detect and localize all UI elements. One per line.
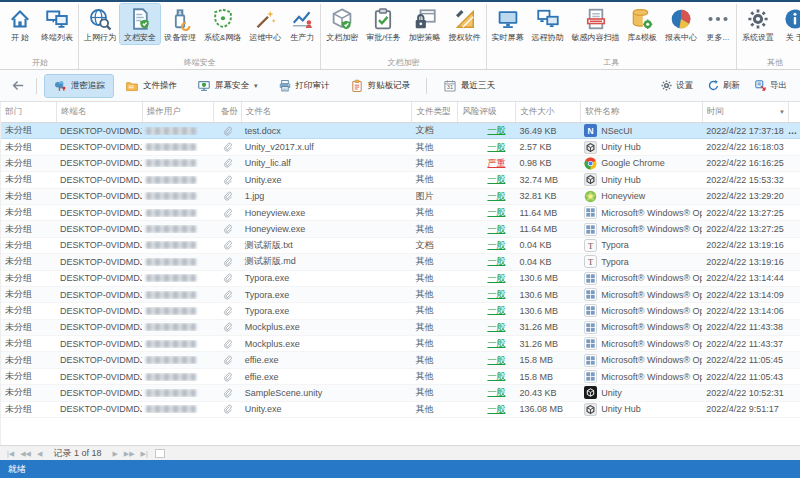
ribbon-item[interactable]: 关 于 bbox=[778, 4, 800, 44]
risk-badge[interactable]: 一般 bbox=[487, 371, 505, 381]
table-row[interactable]: 未分组DESKTOP-0VIDMDJeffie.exe其他一般15.8 MBMi… bbox=[1, 369, 800, 385]
column-header-2[interactable]: 操作用户 bbox=[142, 102, 213, 122]
cell-department: 未分组 bbox=[1, 124, 56, 137]
toolbar-button-print[interactable]: 打印审计 bbox=[270, 75, 338, 97]
column-header-6[interactable]: 风险评级 bbox=[457, 102, 515, 122]
cell-terminal-name: DESKTOP-0VIDMDJ bbox=[56, 257, 142, 267]
risk-badge[interactable]: 一般 bbox=[487, 305, 505, 315]
table-row[interactable]: 未分组DESKTOP-0VIDMDJ测试新版.txt文档一般0.04 KBTTy… bbox=[1, 238, 800, 254]
toolbar-button-刷新[interactable]: 刷新 bbox=[702, 75, 745, 97]
ribbon-item[interactable]: 报表中心 bbox=[661, 4, 701, 44]
toolbar-button-导出[interactable]: 导出 bbox=[749, 75, 792, 97]
risk-badge[interactable]: 一般 bbox=[487, 256, 505, 266]
column-header-7[interactable]: 文件大小 bbox=[515, 102, 580, 122]
table-row[interactable]: 未分组DESKTOP-0VIDMDJUnity.exe其他一般32.74 MBU… bbox=[1, 172, 800, 188]
row-more-button[interactable]: … bbox=[788, 126, 800, 136]
pager-prev-button[interactable]: ◀ bbox=[34, 447, 45, 460]
ribbon-item[interactable]: 更多... bbox=[701, 4, 735, 44]
trace-icon bbox=[53, 79, 67, 93]
risk-badge[interactable]: 一般 bbox=[487, 142, 505, 152]
ribbon-item[interactable]: 设备管理 bbox=[160, 4, 200, 44]
risk-badge[interactable]: 一般 bbox=[487, 191, 505, 201]
risk-badge[interactable]: 一般 bbox=[487, 125, 505, 135]
table-row[interactable]: 未分组DESKTOP-0VIDMDJUnity.exe其他一般136.08 MB… bbox=[1, 402, 800, 418]
column-header-5[interactable]: 文件类型 bbox=[411, 102, 457, 122]
risk-badge[interactable]: 严重 bbox=[487, 158, 505, 168]
column-header-1[interactable]: 终端名 bbox=[56, 102, 142, 122]
pager-next-page-button[interactable]: ▶▶ bbox=[121, 447, 138, 460]
column-header-9[interactable]: 时间▼ bbox=[702, 102, 788, 122]
table-row[interactable]: 未分组DESKTOP-0VIDMDJUnity_lic.alf其他严重0.98 … bbox=[1, 156, 800, 172]
ribbon-item[interactable]: 文档加密 bbox=[322, 4, 362, 44]
pager-prev-page-button[interactable]: ◀◀ bbox=[17, 447, 34, 460]
column-header-8[interactable]: 软件名称 bbox=[580, 102, 702, 122]
ribbon-item[interactable]: 审批/任务 bbox=[362, 4, 404, 44]
toolbar-button-clipboard2[interactable]: 剪贴板记录 bbox=[342, 75, 419, 97]
cell-department: 未分组 bbox=[1, 272, 56, 285]
table-row[interactable]: 未分组DESKTOP-0VIDMDJMockplus.exe其他一般31.26 … bbox=[1, 320, 800, 336]
risk-badge[interactable]: 一般 bbox=[487, 387, 505, 397]
cell-file-type: 其他 bbox=[411, 173, 457, 186]
table-row[interactable]: 未分组DESKTOP-0VIDMDJHoneyview.exe其他一般11.64… bbox=[1, 205, 800, 221]
ribbon-item[interactable]: 文档安全 bbox=[120, 4, 160, 44]
risk-badge[interactable]: 一般 bbox=[487, 240, 505, 250]
toolbar-button-trace[interactable]: 泄密追踪 bbox=[45, 75, 113, 97]
pager-first-button[interactable]: |◀ bbox=[4, 447, 17, 460]
risk-badge[interactable]: 一般 bbox=[487, 322, 505, 332]
table-row[interactable]: 未分组DESKTOP-0VIDMDJtest.docx文档一般36.49 KBN… bbox=[1, 123, 800, 139]
ribbon-item[interactable]: 系统设置 bbox=[738, 4, 778, 44]
ribbon-item[interactable]: 加密策略 bbox=[405, 4, 445, 44]
table-row[interactable]: 未分组DESKTOP-0VIDMDJSampleScene.unity其他一般2… bbox=[1, 385, 800, 401]
table-row[interactable]: 未分组DESKTOP-0VIDMDJHoneyview.exe其他一般11.64… bbox=[1, 221, 800, 237]
ribbon-item[interactable]: 开 始 bbox=[3, 4, 37, 44]
refresh-icon bbox=[707, 79, 720, 92]
table-row[interactable]: 未分组DESKTOP-0VIDMDJeffie.exe其他一般15.8 MBMi… bbox=[1, 352, 800, 368]
ribbon-item[interactable]: 远程协助 bbox=[528, 4, 568, 44]
ribbon-item[interactable]: 运维中心 bbox=[245, 4, 285, 44]
table-row[interactable]: 未分组DESKTOP-0VIDMDJMockplus.exe其他一般31.26 … bbox=[1, 336, 800, 352]
risk-badge[interactable]: 一般 bbox=[487, 289, 505, 299]
column-header-4[interactable]: 文件名 bbox=[241, 102, 412, 122]
column-header-10[interactable] bbox=[788, 102, 800, 122]
risk-badge[interactable]: 一般 bbox=[487, 355, 505, 365]
table-row[interactable]: 未分组DESKTOP-0VIDMDJTypora.exe其他一般130.6 MB… bbox=[1, 303, 800, 319]
table-row[interactable]: 未分组DESKTOP-0VIDMDJ1.jpg图片一般32.81 KBHoney… bbox=[1, 189, 800, 205]
table-row[interactable]: 未分组DESKTOP-0VIDMDJTypora.exe其他一般130.6 MB… bbox=[1, 271, 800, 287]
toolbar-button-设置[interactable]: 设置 bbox=[655, 75, 698, 97]
cell-time: 2022/4/22 15:53:32 bbox=[702, 175, 788, 185]
cell-risk-level: 一般 bbox=[457, 173, 515, 186]
table-row[interactable]: 未分组DESKTOP-0VIDMDJUnity_v2017.x.ulf其他一般2… bbox=[1, 139, 800, 155]
ribbon-item[interactable]: 系统&网络 bbox=[200, 4, 245, 44]
cell-time: 2022/4/22 13:14:09 bbox=[702, 290, 788, 300]
back-button[interactable] bbox=[6, 75, 30, 97]
gear-icon bbox=[746, 7, 770, 31]
risk-badge[interactable]: 一般 bbox=[487, 273, 505, 283]
risk-badge[interactable]: 一般 bbox=[487, 207, 505, 217]
ribbon-item-label: 文档加密 bbox=[326, 33, 358, 43]
column-header-0[interactable]: 部门 bbox=[1, 102, 56, 122]
ribbon-item[interactable]: 库&模板 bbox=[624, 4, 661, 44]
toolbar-button-fileop[interactable]: 文件操作 bbox=[117, 75, 185, 97]
table-row[interactable]: 未分组DESKTOP-0VIDMDJTypora.exe其他一般130.6 MB… bbox=[1, 287, 800, 303]
ribbon-item[interactable]: 上网行为 bbox=[80, 4, 120, 44]
column-header-3[interactable]: 备份 bbox=[213, 102, 241, 122]
toolbar-button-screensec[interactable]: 屏幕安全▾ bbox=[189, 75, 266, 97]
toolbar-button-calendar[interactable]: 31最近三天 bbox=[435, 75, 503, 97]
risk-badge[interactable]: 一般 bbox=[487, 338, 505, 348]
ribbon-item[interactable]: 实时屏幕 bbox=[488, 4, 528, 44]
ribbon-item[interactable]: 授权软件 bbox=[445, 4, 485, 44]
risk-badge[interactable]: 一般 bbox=[487, 404, 505, 414]
table-row[interactable]: 未分组DESKTOP-0VIDMDJ测试新版.md其他一般0.04 KBTTyp… bbox=[1, 254, 800, 270]
ribbon-item[interactable]: 敏感内容扫描 bbox=[568, 4, 624, 44]
pager-next-button[interactable]: ▶ bbox=[109, 447, 120, 460]
ribbon-item[interactable]: 生产力 bbox=[285, 4, 319, 44]
risk-badge[interactable]: 一般 bbox=[487, 224, 505, 234]
risk-badge[interactable]: 一般 bbox=[487, 174, 505, 184]
ribbon-item[interactable]: 终端列表 bbox=[37, 4, 77, 44]
pager-options-button[interactable] bbox=[155, 449, 165, 458]
cell-file-name: effie.exe bbox=[241, 372, 412, 382]
toolbar-buttons: 泄密追踪文件操作屏幕安全▾打印审计剪贴板记录31最近三天 bbox=[43, 75, 505, 97]
operator-user-redacted bbox=[146, 143, 196, 151]
cell-backup bbox=[213, 141, 241, 153]
pager-last-button[interactable]: ▶| bbox=[138, 447, 151, 460]
